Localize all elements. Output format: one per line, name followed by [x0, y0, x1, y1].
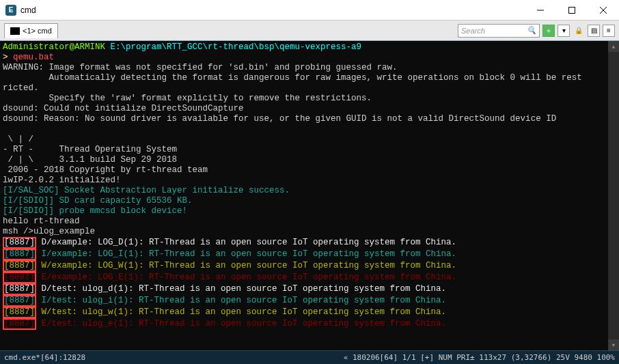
log-line: [8887] D/example: LOG_D(1): RT-Thread is…	[3, 237, 616, 249]
log-message: W/test: ulog_w(1): RT-Thread is an open …	[36, 307, 446, 317]
banner-line: / | \ 3.1.1 build Sep 29 2018	[3, 155, 616, 165]
log-message: D/example: LOG_D(1): RT-Thread is an ope…	[36, 238, 456, 247]
warn-line: dsound: Could not initialize DirectSound…	[3, 104, 616, 114]
close-icon	[600, 7, 607, 14]
list-icon: ▤	[591, 27, 597, 34]
maximize-button[interactable]	[556, 0, 588, 20]
status-bar: cmd.exe*[64]:12828 « 180206[64] 1/1 [+] …	[0, 350, 619, 364]
dropdown-icon: ▾	[562, 27, 566, 34]
new-tab-button[interactable]: ＋	[542, 25, 555, 37]
log-line: [8887] E/example: LOG_E(1): RT-Thread is…	[3, 272, 616, 283]
banner-line: 2006 - 2018 Copyright by rt-thread team	[3, 165, 616, 176]
tab-label: <1> cmd	[23, 27, 52, 35]
window-titlebar: E cmd	[0, 0, 619, 20]
init-sdio1: [I/[SDIO]] SD card capacity 65536 KB.	[3, 196, 616, 206]
log-timestamp-highlight: [8887]	[3, 260, 36, 272]
log-line: [8887] I/test: ulog_i(1): RT-Thread is a…	[3, 295, 616, 307]
plus-icon: ＋	[545, 26, 552, 36]
app-icon: E	[5, 5, 16, 16]
warn-line: Automatically detecting the format is da…	[3, 73, 616, 83]
tab-cmd[interactable]: <1> cmd	[4, 23, 58, 38]
msh-prompt: msh />	[3, 227, 33, 236]
log-line: [8887] D/test: ulog_d(1): RT-Thread is a…	[3, 283, 616, 295]
banner-line: \ | /	[3, 135, 616, 145]
window-title: cmd	[20, 5, 525, 15]
log-message: I/example: LOG_I(1): RT-Thread is an ope…	[36, 249, 456, 259]
minimize-icon	[537, 7, 544, 14]
log-line: [8887] W/example: LOG_W(1): RT-Thread is…	[3, 260, 616, 272]
scroll-track[interactable]	[608, 52, 619, 339]
log-timestamp-highlight: [8887]	[3, 318, 36, 330]
tab-bar: <1> cmd Search 🔍 ＋ ▾ 🔒 ▤ ≡	[0, 20, 619, 41]
log-timestamp-highlight: [8887]	[3, 272, 36, 283]
log-message: E/test: ulog_e(1): RT-Thread is an open …	[36, 319, 446, 328]
prompt-userhost: Administrator@ARMINK	[3, 42, 105, 52]
warn-line: WARNING: Image format was not specified …	[3, 63, 616, 73]
log-timestamp-highlight: [8887]	[3, 283, 36, 295]
warn-line: Specify the 'raw' format explicitly to r…	[3, 94, 616, 104]
log-timestamp-highlight: [8887]	[3, 295, 36, 307]
prompt-cmd: qemu.bat	[13, 53, 54, 62]
log-message: D/test: ulog_d(1): RT-Thread is an open …	[36, 284, 446, 294]
log-message: E/example: LOG_E(1): RT-Thread is an ope…	[36, 272, 456, 282]
lock-button[interactable]: 🔒	[573, 25, 585, 37]
terminal-pane[interactable]: Administrator@ARMINK E:\program\RTT_GCC\…	[0, 41, 619, 350]
log-message: I/test: ulog_i(1): RT-Thread is an open …	[36, 296, 446, 305]
banner-line: - RT - Thread Operating System	[3, 145, 616, 155]
vertical-scrollbar[interactable]: ▲ ▼	[608, 41, 619, 350]
prompt-path: E:\program\RTT_GCC\rt-thread\bsp\qemu-ve…	[111, 42, 362, 52]
hello-line: hello rt-thread	[3, 216, 616, 227]
menu-button[interactable]: ≡	[603, 25, 615, 37]
maximize-icon	[568, 7, 575, 14]
lock-icon: 🔒	[575, 27, 583, 34]
search-input[interactable]: Search 🔍	[458, 24, 540, 38]
log-line: [8887] I/example: LOG_I(1): RT-Thread is…	[3, 249, 616, 260]
search-placeholder: Search	[461, 27, 485, 35]
msh-cmd: ulog_example	[33, 227, 95, 236]
hamburger-icon: ≡	[607, 27, 611, 34]
scroll-up-icon[interactable]: ▲	[608, 41, 619, 52]
status-info: « 180206[64] 1/1 [+] NUM PRI± 113x27 (3,…	[344, 353, 615, 362]
toolbar-right: Search 🔍 ＋ ▾ 🔒 ▤ ≡	[458, 24, 615, 38]
log-timestamp-highlight: [8887]	[3, 237, 36, 249]
window-controls	[525, 0, 619, 20]
search-icon: 🔍	[527, 26, 536, 35]
init-sal: [I/SAL_SOC] Socket Abstraction Layer ini…	[3, 186, 616, 196]
warn-line: dsound: Reason: No sound driver is avail…	[3, 114, 616, 124]
log-line: [8887] W/test: ulog_w(1): RT-Thread is a…	[3, 307, 616, 318]
init-sdio2: [I/[SDIO]] probe mmcsd block device!	[3, 206, 616, 216]
log-timestamp-highlight: [8887]	[3, 307, 36, 318]
terminal-icon	[10, 27, 20, 35]
log-message: W/example: LOG_W(1): RT-Thread is an ope…	[36, 261, 456, 270]
close-button[interactable]	[588, 0, 619, 20]
banner-line: lwIP-2.0.2 initialized!	[3, 176, 616, 186]
log-line: [8887] E/test: ulog_e(1): RT-Thread is a…	[3, 318, 616, 330]
view-list-button[interactable]: ▤	[588, 25, 600, 37]
status-process: cmd.exe*[64]:12828	[4, 353, 85, 362]
log-timestamp-highlight: [8887]	[3, 249, 36, 260]
scroll-down-icon[interactable]: ▼	[608, 339, 619, 350]
minimize-button[interactable]	[525, 0, 556, 20]
warn-line: ricted.	[3, 83, 616, 94]
dropdown-button-1[interactable]: ▾	[558, 25, 570, 37]
svg-rect-1	[569, 7, 575, 13]
